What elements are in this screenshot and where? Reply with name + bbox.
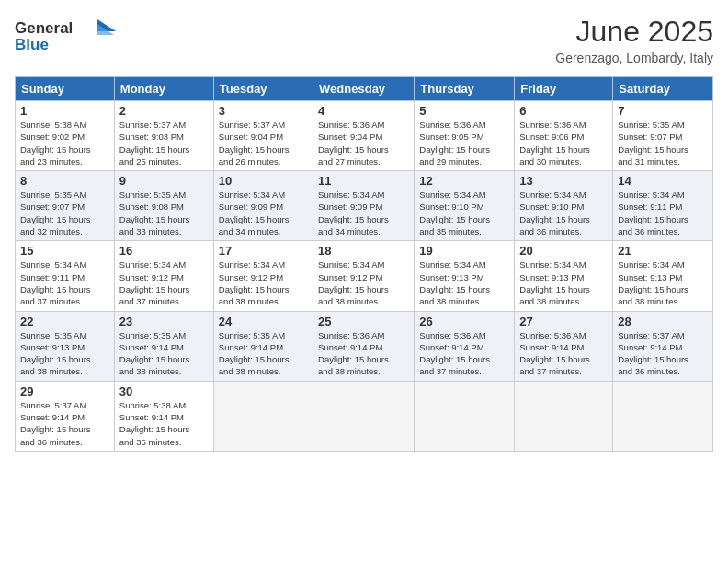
calendar-day-cell: 17Sunrise: 5:34 AM Sunset: 9:12 PM Dayli…	[213, 241, 313, 311]
day-info: Sunrise: 5:35 AM Sunset: 9:14 PM Dayligh…	[119, 329, 209, 378]
calendar-day-cell: 24Sunrise: 5:35 AM Sunset: 9:14 PM Dayli…	[213, 311, 313, 381]
calendar-day-cell	[613, 381, 713, 451]
calendar-day-cell: 15Sunrise: 5:34 AM Sunset: 9:11 PM Dayli…	[16, 241, 115, 311]
day-info: Sunrise: 5:36 AM Sunset: 9:14 PM Dayligh…	[519, 329, 608, 378]
calendar-day-cell: 25Sunrise: 5:36 AM Sunset: 9:14 PM Dayli…	[313, 311, 415, 381]
day-number: 16	[119, 244, 209, 258]
col-tuesday: Tuesday	[213, 77, 313, 101]
page: General Blue June 2025 Gerenzago, Lombar…	[0, 0, 728, 563]
calendar-day-cell: 11Sunrise: 5:34 AM Sunset: 9:09 PM Dayli…	[313, 171, 415, 241]
day-info: Sunrise: 5:35 AM Sunset: 9:07 PM Dayligh…	[20, 189, 109, 237]
day-number: 21	[618, 244, 708, 258]
day-number: 20	[519, 244, 608, 258]
calendar-week-row: 29Sunrise: 5:37 AM Sunset: 9:14 PM Dayli…	[16, 381, 713, 451]
calendar-day-cell	[515, 381, 613, 451]
day-number: 10	[219, 174, 308, 188]
day-info: Sunrise: 5:34 AM Sunset: 9:10 PM Dayligh…	[419, 189, 509, 237]
day-number: 25	[318, 315, 409, 328]
day-info: Sunrise: 5:36 AM Sunset: 9:14 PM Dayligh…	[419, 329, 509, 378]
day-number: 13	[519, 174, 608, 188]
calendar-day-cell: 1Sunrise: 5:38 AM Sunset: 9:02 PM Daylig…	[16, 101, 115, 171]
calendar-day-cell: 19Sunrise: 5:34 AM Sunset: 9:13 PM Dayli…	[415, 241, 515, 311]
header: General Blue June 2025 Gerenzago, Lombar…	[15, 15, 713, 65]
logo-text: General Blue	[15, 15, 116, 60]
day-number: 24	[219, 315, 308, 328]
calendar-day-cell: 16Sunrise: 5:34 AM Sunset: 9:12 PM Dayli…	[114, 241, 213, 311]
logo: General Blue	[15, 15, 116, 60]
day-number: 29	[20, 385, 109, 398]
day-number: 18	[318, 244, 409, 258]
day-number: 23	[119, 315, 209, 328]
day-number: 15	[20, 244, 109, 258]
day-number: 9	[119, 174, 209, 188]
svg-text:Blue: Blue	[15, 36, 49, 53]
calendar-day-cell: 13Sunrise: 5:34 AM Sunset: 9:10 PM Dayli…	[515, 171, 613, 241]
calendar-day-cell: 9Sunrise: 5:35 AM Sunset: 9:08 PM Daylig…	[114, 171, 213, 241]
day-info: Sunrise: 5:36 AM Sunset: 9:05 PM Dayligh…	[419, 119, 509, 167]
day-info: Sunrise: 5:38 AM Sunset: 9:14 PM Dayligh…	[119, 399, 209, 448]
col-thursday: Thursday	[415, 77, 515, 101]
day-number: 19	[419, 244, 509, 258]
svg-text:General: General	[15, 19, 73, 37]
calendar-table: Sunday Monday Tuesday Wednesday Thursday…	[15, 76, 713, 452]
day-number: 27	[519, 315, 608, 328]
calendar-day-cell: 21Sunrise: 5:34 AM Sunset: 9:13 PM Dayli…	[613, 241, 713, 311]
day-info: Sunrise: 5:34 AM Sunset: 9:09 PM Dayligh…	[318, 189, 409, 237]
calendar-day-cell: 10Sunrise: 5:34 AM Sunset: 9:09 PM Dayli…	[213, 171, 313, 241]
location: Gerenzago, Lombardy, Italy	[555, 51, 713, 65]
day-info: Sunrise: 5:34 AM Sunset: 9:11 PM Dayligh…	[20, 259, 109, 307]
day-number: 4	[318, 104, 409, 118]
day-info: Sunrise: 5:36 AM Sunset: 9:14 PM Dayligh…	[318, 329, 409, 378]
day-number: 6	[519, 104, 608, 118]
day-info: Sunrise: 5:34 AM Sunset: 9:13 PM Dayligh…	[519, 259, 608, 307]
calendar-day-cell	[313, 381, 415, 451]
day-number: 2	[119, 104, 209, 118]
col-friday: Friday	[515, 77, 613, 101]
calendar-day-cell	[415, 381, 515, 451]
day-number: 14	[618, 174, 708, 188]
day-info: Sunrise: 5:35 AM Sunset: 9:08 PM Dayligh…	[119, 189, 209, 237]
col-monday: Monday	[114, 77, 213, 101]
col-sunday: Sunday	[16, 77, 115, 101]
calendar-day-cell: 26Sunrise: 5:36 AM Sunset: 9:14 PM Dayli…	[415, 311, 515, 381]
day-info: Sunrise: 5:34 AM Sunset: 9:10 PM Dayligh…	[519, 189, 608, 237]
day-info: Sunrise: 5:34 AM Sunset: 9:11 PM Dayligh…	[618, 189, 708, 237]
calendar-day-cell: 7Sunrise: 5:35 AM Sunset: 9:07 PM Daylig…	[613, 101, 713, 171]
day-number: 22	[20, 315, 109, 328]
calendar-week-row: 22Sunrise: 5:35 AM Sunset: 9:13 PM Dayli…	[16, 311, 713, 381]
day-number: 26	[419, 315, 509, 328]
day-number: 7	[618, 104, 708, 118]
day-info: Sunrise: 5:36 AM Sunset: 9:04 PM Dayligh…	[318, 119, 409, 167]
calendar-day-cell	[213, 381, 313, 451]
calendar-day-cell: 5Sunrise: 5:36 AM Sunset: 9:05 PM Daylig…	[415, 101, 515, 171]
day-info: Sunrise: 5:37 AM Sunset: 9:14 PM Dayligh…	[20, 399, 109, 448]
calendar-day-cell: 30Sunrise: 5:38 AM Sunset: 9:14 PM Dayli…	[114, 381, 213, 451]
day-number: 3	[219, 104, 308, 118]
calendar-day-cell: 2Sunrise: 5:37 AM Sunset: 9:03 PM Daylig…	[114, 101, 213, 171]
day-info: Sunrise: 5:37 AM Sunset: 9:14 PM Dayligh…	[618, 329, 708, 378]
day-number: 12	[419, 174, 509, 188]
calendar-week-row: 15Sunrise: 5:34 AM Sunset: 9:11 PM Dayli…	[16, 241, 713, 311]
calendar-day-cell: 3Sunrise: 5:37 AM Sunset: 9:04 PM Daylig…	[213, 101, 313, 171]
calendar-day-cell: 12Sunrise: 5:34 AM Sunset: 9:10 PM Dayli…	[415, 171, 515, 241]
day-info: Sunrise: 5:37 AM Sunset: 9:04 PM Dayligh…	[219, 119, 308, 167]
calendar-day-cell: 23Sunrise: 5:35 AM Sunset: 9:14 PM Dayli…	[114, 311, 213, 381]
calendar-day-cell: 4Sunrise: 5:36 AM Sunset: 9:04 PM Daylig…	[313, 101, 415, 171]
col-saturday: Saturday	[613, 77, 713, 101]
day-info: Sunrise: 5:36 AM Sunset: 9:06 PM Dayligh…	[519, 119, 608, 167]
calendar-day-cell: 28Sunrise: 5:37 AM Sunset: 9:14 PM Dayli…	[613, 311, 713, 381]
day-info: Sunrise: 5:35 AM Sunset: 9:14 PM Dayligh…	[219, 329, 308, 378]
day-number: 28	[618, 315, 708, 328]
calendar-day-cell: 8Sunrise: 5:35 AM Sunset: 9:07 PM Daylig…	[16, 171, 115, 241]
day-number: 11	[318, 174, 409, 188]
calendar-day-cell: 6Sunrise: 5:36 AM Sunset: 9:06 PM Daylig…	[515, 101, 613, 171]
calendar-day-cell: 14Sunrise: 5:34 AM Sunset: 9:11 PM Dayli…	[613, 171, 713, 241]
day-number: 30	[119, 385, 209, 398]
day-info: Sunrise: 5:34 AM Sunset: 9:12 PM Dayligh…	[219, 259, 308, 307]
day-info: Sunrise: 5:37 AM Sunset: 9:03 PM Dayligh…	[119, 119, 209, 167]
month-title: June 2025	[555, 15, 713, 49]
calendar-day-cell: 20Sunrise: 5:34 AM Sunset: 9:13 PM Dayli…	[515, 241, 613, 311]
day-info: Sunrise: 5:35 AM Sunset: 9:13 PM Dayligh…	[20, 329, 109, 378]
day-number: 8	[20, 174, 109, 188]
day-number: 17	[219, 244, 308, 258]
